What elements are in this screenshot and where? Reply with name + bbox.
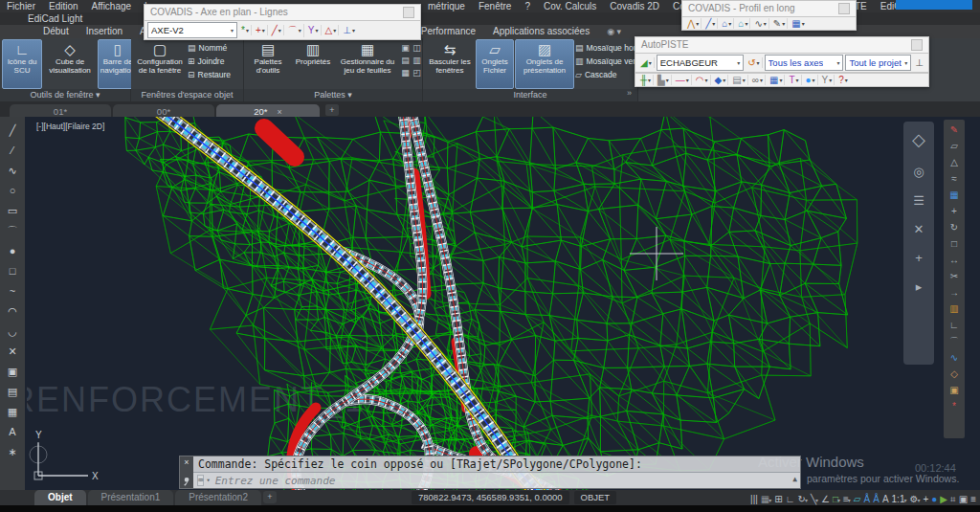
- ribbon-tab-performance[interactable]: Performance: [412, 25, 484, 38]
- chevron-down-icon[interactable]: ▾: [805, 498, 808, 503]
- menu-item-cov-calculs[interactable]: Cov. Calculs: [537, 0, 603, 12]
- chevron-down-icon[interactable]: ▾: [299, 27, 301, 33]
- close-icon[interactable]: [838, 3, 850, 14]
- isolate-toggle[interactable]: ⌗: [950, 489, 956, 507]
- ellipse-arc-icon[interactable]: ◡: [8, 322, 17, 341]
- layout-tab-presentation2[interactable]: Présentation2: [175, 490, 261, 505]
- performance-toggle[interactable]: ▶: [940, 489, 947, 507]
- ribbon-button-palettes-d-outils[interactable]: ▤Palettes d'outils: [246, 39, 290, 89]
- trim-icon[interactable]: ✂: [950, 269, 958, 283]
- ribbon-button-restaure[interactable]: ⊟Restaure: [188, 69, 241, 81]
- line-icon[interactable]: ╱: [10, 121, 16, 140]
- chevron-down-icon[interactable]: ▾: [848, 498, 851, 503]
- table-icon[interactable]: ▦: [8, 402, 17, 421]
- cad-drawing[interactable]: RENFORCEMENT_1XY: [27, 117, 980, 490]
- command-input[interactable]: ⌨ ▾ Entrez une commande ▲: [193, 472, 800, 488]
- chevron-down-icon[interactable]: ▾: [316, 27, 319, 33]
- menu-item-fichier[interactable]: Fichier: [0, 0, 42, 12]
- layout-tab-presentation1[interactable]: Présentation1: [88, 490, 174, 505]
- ribbon-button-gestionnaire-du-jeu-de-feuilles[interactable]: ▦Gestionnaire du jeu de feuilles: [336, 39, 399, 89]
- lineweight-toggle[interactable]: ≡▾: [843, 489, 851, 507]
- chevron-down-icon[interactable]: ▾: [333, 27, 336, 33]
- panel-title[interactable]: Palettes ▾: [244, 89, 422, 101]
- polar-toggle[interactable]: ↻▾: [798, 489, 808, 507]
- edit-pencil-button[interactable]: ✎▾: [771, 18, 788, 29]
- line-button[interactable]: ╱▾: [270, 25, 284, 35]
- extend-icon[interactable]: →: [949, 285, 959, 300]
- chevron-down-icon[interactable]: ▾: [666, 77, 669, 83]
- menu-toggle[interactable]: ≡: [970, 489, 976, 507]
- explode-icon[interactable]: ◇: [950, 367, 958, 381]
- chevron-down-icon[interactable]: ▾: [802, 20, 805, 27]
- chevron-down-icon[interactable]: ▾: [728, 20, 731, 27]
- marker-button[interactable]: —▾: [674, 75, 692, 85]
- osnap-toggle[interactable]: □▾: [833, 489, 840, 507]
- close-icon[interactable]: ×: [278, 107, 282, 117]
- pan-icon[interactable]: ☰: [913, 193, 924, 208]
- chevron-down-icon[interactable]: ▾: [837, 498, 840, 503]
- record-camera-icon[interactable]: ◉ ▾: [598, 25, 630, 38]
- palette-mini-icon-4[interactable]: ▦: [400, 68, 411, 79]
- chevron-down-icon[interactable]: ▾: [757, 59, 760, 66]
- sheet-button[interactable]: ▤▾: [730, 75, 747, 85]
- ribbon-button-configuration-de-la-fenetre[interactable]: ▢Configuration de la fenêtre: [133, 39, 187, 89]
- ortho-toggle[interactable]: ∟: [786, 489, 795, 507]
- arc-button[interactable]: ⌒▾: [286, 24, 304, 37]
- stretch-icon[interactable]: ↔: [949, 253, 959, 267]
- chevron-down-icon[interactable]: ▾: [813, 77, 815, 83]
- point-icon[interactable]: ∗: [8, 442, 16, 461]
- panel-title[interactable]: Interface: [423, 89, 637, 101]
- blend-icon[interactable]: ∿: [950, 350, 958, 365]
- annotation-toggle[interactable]: A: [882, 489, 889, 507]
- table-grid-button[interactable]: ▦▾: [790, 18, 806, 29]
- chevron-down-icon[interactable]: ▾: [796, 77, 799, 83]
- palette-mini-icon-3[interactable]: ▥: [412, 56, 422, 67]
- menu-item-covadis-2d[interactable]: Covadis 2D: [603, 0, 666, 12]
- chevron-down-icon[interactable]: ▾: [917, 498, 920, 503]
- fillet-icon[interactable]: ⌒: [949, 334, 959, 348]
- orbit-icon[interactable]: +: [915, 251, 923, 265]
- help-button[interactable]: ?▾: [836, 75, 850, 85]
- combo-echabgeur[interactable]: ECHABGEUR▾: [657, 55, 744, 71]
- chevron-down-icon[interactable]: ▾: [723, 77, 725, 83]
- rotate-icon[interactable]: ↻: [950, 220, 958, 234]
- ellipse-icon[interactable]: ◠: [8, 301, 17, 321]
- clean-screen-toggle[interactable]: ●: [931, 489, 937, 507]
- terrain-button[interactable]: ◢▾: [638, 57, 655, 68]
- tree-button[interactable]: T▾: [787, 75, 801, 85]
- circle-icon[interactable]: ○: [10, 181, 16, 200]
- ribbon-button-nomme[interactable]: ▤Nommé: [188, 42, 241, 55]
- move-axis-button[interactable]: +▾: [254, 25, 268, 35]
- drop-button[interactable]: ●▾: [804, 75, 818, 85]
- annotation-visibility-toggle[interactable]: Å: [864, 489, 871, 507]
- menu-item-fenetre[interactable]: Fenêtre: [472, 0, 518, 12]
- show-motion-icon[interactable]: ▸: [916, 279, 923, 294]
- rectangle-icon[interactable]: ▭: [8, 201, 17, 220]
- move-icon[interactable]: +: [951, 204, 957, 218]
- break-icon[interactable]: ▥: [949, 301, 958, 316]
- drawing-area[interactable]: RENFORCEMENT_1XY [-][Haut][Filaire 2D] ╱…: [0, 117, 980, 490]
- project-house2-button[interactable]: ⌂▾: [736, 18, 750, 29]
- command-window[interactable]: × Commande: Spécifiez le coin opposé ou …: [180, 456, 800, 488]
- table-button[interactable]: ▦▾: [768, 75, 785, 85]
- filled-circle-icon[interactable]: ●: [10, 241, 16, 260]
- panel-overflow-icon[interactable]: »: [627, 88, 632, 98]
- close-icon[interactable]: [911, 39, 923, 51]
- chevron-down-icon[interactable]: ▾: [352, 27, 355, 33]
- columns-toggle[interactable]: |||: [750, 489, 758, 507]
- chevron-down-icon[interactable]: ▾: [903, 498, 906, 503]
- space-label[interactable]: OBJET: [574, 491, 617, 504]
- triangle-button[interactable]: △▾: [323, 25, 340, 35]
- close-icon[interactable]: [403, 7, 414, 18]
- zoom-icon[interactable]: ✕: [914, 222, 924, 236]
- menu-item-affichage[interactable]: Affichage: [85, 0, 139, 12]
- chevron-down-icon[interactable]: ▾: [815, 498, 818, 503]
- erase-icon[interactable]: ✎: [950, 122, 958, 137]
- selection-cycling-toggle[interactable]: ▱: [854, 489, 861, 507]
- scale-icon[interactable]: □: [951, 236, 957, 251]
- layout-tab-objet[interactable]: Objet: [34, 490, 86, 505]
- profile-view-button[interactable]: ⊥: [913, 57, 925, 68]
- block-icon[interactable]: ▣: [8, 362, 17, 381]
- chevron-down-icon[interactable]: ▾: [648, 77, 651, 83]
- menu-item-edicad-light[interactable]: EdiCad Light: [21, 12, 89, 25]
